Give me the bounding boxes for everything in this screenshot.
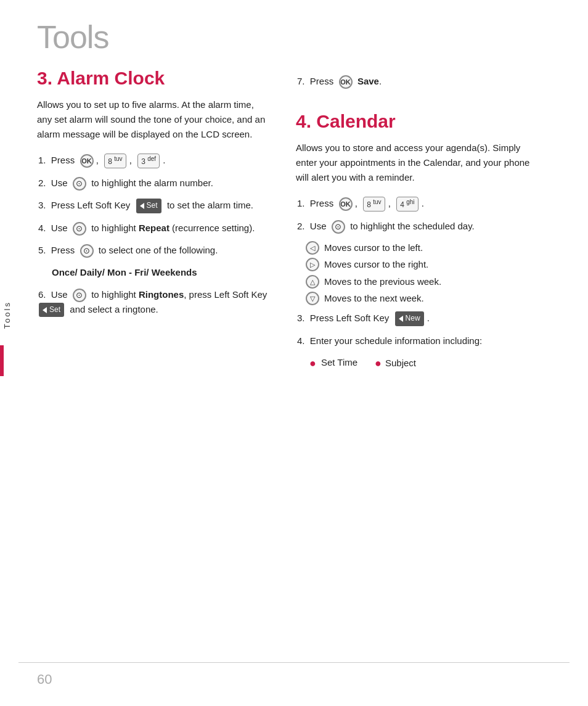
- bullet-dot-2: ●: [375, 356, 382, 371]
- key-nav-right: ▷: [306, 258, 319, 271]
- section3-description: Allows you to set up to five alarms. At …: [37, 97, 271, 142]
- content-area: 3. Alarm Clock Allows you to set up to f…: [0, 68, 588, 375]
- nav-sub-down: ▽ Moves to the next week.: [306, 292, 530, 306]
- section3-title: 3. Alarm Clock: [37, 68, 271, 89]
- step-4-4: 4. Enter your schedule information inclu…: [296, 334, 530, 348]
- step-3-7: 7. Press OK Save.: [296, 74, 530, 89]
- bullet-list: ● Set Time ● Subject: [309, 356, 530, 371]
- key-ok-2: OK: [339, 75, 353, 89]
- step-4-3: 3. Press Left Soft Key New .: [296, 311, 530, 326]
- nav-sub-up-text: Moves to the previous week.: [324, 275, 441, 289]
- left-column: 3. Alarm Clock Allows you to set up to f…: [37, 68, 271, 375]
- key-soft-new: New: [395, 311, 424, 326]
- nav-sub-up: △ Moves to the previous week.: [306, 275, 530, 289]
- key-ok-1: OK: [80, 154, 94, 168]
- step-3-7-save: Save: [357, 76, 379, 86]
- page-title: Tools: [0, 0, 588, 68]
- nav-sub-left-text: Moves cursor to the left.: [324, 241, 423, 255]
- step-4-1: 1. Press OK , 8 tuv , 4 ghi .: [296, 196, 530, 211]
- step-3-4-bold: Repeat: [139, 223, 169, 233]
- step-3-6-bold: Ringtones: [139, 289, 184, 300]
- key-nav-left: ◁: [306, 241, 319, 255]
- key-nav-down: ▽: [306, 292, 319, 305]
- step-3-6: 6. Use ⊙ to highlight Ringtones, press L…: [37, 287, 271, 318]
- step-3-3: 3. Press Left Soft Key Set to set the al…: [37, 198, 271, 213]
- page-number: 60: [37, 671, 52, 688]
- key-8tuv-2: 8 tuv: [363, 197, 385, 211]
- sidebar-tab-label: Tools: [0, 296, 14, 334]
- key-nav-3: ⊙: [80, 244, 94, 258]
- nav-sub-right: ▷ Moves cursor to the right.: [306, 258, 530, 272]
- step-4-2: 2. Use ⊙ to highlight the scheduled day.: [296, 219, 530, 234]
- key-3def-1: 3 def: [137, 154, 160, 168]
- bullet-dot-1: ●: [309, 356, 316, 371]
- section4-title: 4. Calendar: [296, 111, 530, 132]
- key-4ghi: 4 ghi: [396, 197, 418, 211]
- bullet-subject-wrapper: ● Subject: [375, 356, 416, 371]
- bullet-set-time: ● Set Time ● Subject: [309, 356, 530, 371]
- nav-sub-left: ◁ Moves cursor to the left.: [306, 241, 530, 255]
- section4-description: Allows you to store and access your agen…: [296, 141, 530, 185]
- key-nav-5: ⊙: [332, 220, 345, 234]
- key-nav-1: ⊙: [73, 177, 86, 191]
- step-3-5-options: Once/ Daily/ Mon - Fri/ Weekends: [51, 265, 271, 280]
- key-nav-4: ⊙: [73, 289, 86, 302]
- step-3-2: 2. Use ⊙ to highlight the alarm number.: [37, 176, 271, 191]
- nav-sub-down-text: Moves to the next week.: [324, 292, 424, 306]
- nav-sub-right-text: Moves cursor to the right.: [324, 258, 428, 272]
- step-3-5: 5. Press ⊙ to select one of the followin…: [37, 243, 271, 258]
- step-3-4: 4. Use ⊙ to highlight Repeat (recurrence…: [37, 221, 271, 236]
- page-divider: [18, 662, 570, 663]
- key-8tuv-1: 8 tuv: [104, 154, 126, 168]
- key-nav-up: △: [306, 275, 319, 289]
- key-soft-set-2: Set: [39, 303, 64, 317]
- step-3-1: 1. Press OK , 8 tuv , 3 def .: [37, 153, 271, 168]
- sidebar-tab-bar-accent: [0, 345, 4, 376]
- right-column: 7. Press OK Save. 4. Calendar Allows you…: [296, 68, 530, 375]
- bullet-subject-label: Subject: [385, 356, 416, 371]
- key-soft-set-1: Set: [136, 199, 161, 213]
- key-nav-2: ⊙: [73, 222, 86, 236]
- key-ok-3: OK: [339, 197, 353, 211]
- bullet-set-time-label: Set Time: [321, 356, 357, 370]
